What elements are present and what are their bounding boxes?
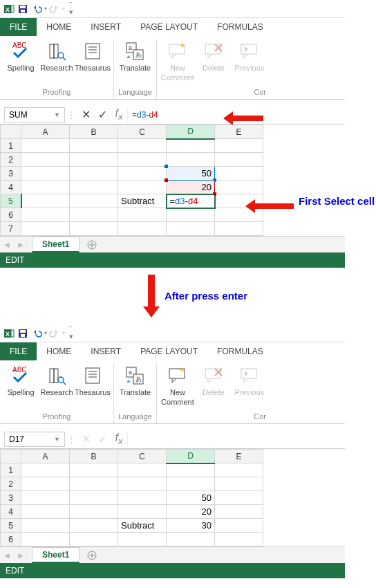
cell-d5-editing[interactable]: =d3-d4 [167, 194, 215, 208]
select-all-corner[interactable] [1, 125, 21, 139]
col-header-d[interactable]: D [167, 125, 215, 139]
undo-icon[interactable] [30, 327, 43, 340]
col-header-b[interactable]: B [70, 450, 118, 463]
cell-d3[interactable]: 50 [167, 167, 215, 181]
row-header-7[interactable]: 7 [1, 222, 21, 236]
svg-rect-35 [50, 369, 54, 383]
select-all-corner[interactable] [1, 450, 21, 463]
col-header-c[interactable]: C [118, 450, 167, 463]
chevron-down-icon[interactable]: ▼ [54, 436, 60, 443]
row-header-5[interactable]: 5 [1, 194, 21, 208]
formula-bar: SUM ▼ ⋮ ✕ ✓ fx =d3-d4 [0, 105, 345, 125]
new-comment-icon: ✦ [167, 40, 189, 62]
status-bar: EDIT [0, 252, 345, 268]
col-header-a[interactable]: A [21, 125, 70, 139]
svg-text:ABC: ABC [12, 366, 27, 374]
svg-text:a: a [129, 369, 132, 376]
row-header-1[interactable]: 1 [1, 139, 21, 153]
name-box[interactable]: D17 ▼ [4, 432, 65, 447]
tab-home[interactable]: HOME [37, 18, 81, 36]
formula-ref-d3: d3 [137, 110, 146, 120]
svg-text:X: X [6, 6, 10, 13]
thesaurus-button[interactable]: Thesaurus [76, 363, 109, 411]
ribbon-tabs: FILE HOME INSERT PAGE LAYOUT FORMULAS [0, 18, 345, 36]
cell-c5[interactable]: Subtract [118, 194, 167, 208]
insert-function-button[interactable]: fx [111, 107, 127, 122]
tab-pagelayout[interactable]: PAGE LAYOUT [131, 18, 207, 36]
undo-dropdown-icon[interactable]: ▾ [44, 6, 47, 12]
translate-button[interactable]: aあ Translate [118, 39, 151, 86]
col-header-b[interactable]: B [70, 125, 118, 139]
new-sheet-button[interactable] [84, 549, 100, 562]
cancel-formula-button[interactable]: ✕ [77, 107, 94, 122]
svg-rect-49 [205, 369, 220, 378]
qat-customize-icon[interactable]: ‾▾ [69, 327, 73, 340]
col-header-e[interactable]: E [215, 125, 263, 139]
formula-bar-separator: ⋮ [65, 109, 77, 120]
ribbon-tabs: FILE HOME INSERT PAGE LAYOUT FORMULAS [0, 342, 345, 360]
svg-point-37 [58, 377, 64, 383]
svg-line-10 [63, 57, 66, 60]
formula-input[interactable] [127, 432, 345, 447]
annotation-arrow-formula [223, 111, 263, 125]
qat-customize-icon[interactable]: ‾▾ [69, 3, 73, 15]
svg-text:ABC: ABC [12, 42, 27, 49]
undo-dropdown-icon[interactable]: ▾ [44, 330, 47, 336]
enter-formula-button[interactable]: ✓ [94, 107, 111, 122]
worksheet-grid[interactable]: A B C D E 1 2 350 420 5Subtract30 6 [0, 449, 345, 546]
sheet-tab-sheet1[interactable]: Sheet1 [32, 237, 79, 252]
translate-button[interactable]: aあTranslate [118, 363, 151, 411]
sheet-nav-prev-icon[interactable]: ◄ [0, 240, 14, 250]
svg-rect-33 [21, 334, 25, 337]
cell-d5-result[interactable]: 30 [167, 519, 215, 533]
research-button[interactable]: Research [40, 39, 73, 86]
spelling-button[interactable]: ABCSpelling [4, 363, 37, 411]
new-comment-label1: New [170, 64, 185, 72]
cell-c5[interactable]: Subtract [118, 519, 167, 533]
cell-d4[interactable]: 20 [167, 181, 215, 194]
delete-comment-button: Delete [197, 363, 230, 411]
save-icon[interactable] [17, 327, 29, 340]
row-header-4[interactable]: 4 [1, 181, 21, 194]
tab-file[interactable]: FILE [0, 18, 37, 36]
svg-text:✦: ✦ [179, 41, 186, 50]
new-sheet-button[interactable] [84, 238, 100, 252]
new-comment-label2: Comment [161, 73, 194, 82]
tab-formulas[interactable]: FORMULAS [207, 342, 273, 360]
sheet-nav-next-icon[interactable]: ► [14, 551, 28, 560]
spelling-button[interactable]: ABC Spelling [4, 39, 37, 86]
cell-d4[interactable]: 20 [167, 505, 215, 519]
sheet-nav-next-icon[interactable]: ► [14, 240, 28, 250]
row-header-3[interactable]: 3 [1, 167, 21, 181]
col-header-e[interactable]: E [215, 450, 263, 463]
research-button[interactable]: Research [40, 363, 73, 411]
thesaurus-button[interactable]: Thesaurus [76, 39, 109, 86]
tab-insert[interactable]: INSERT [81, 18, 131, 36]
tab-insert[interactable]: INSERT [81, 342, 131, 360]
undo-icon[interactable] [30, 3, 43, 15]
col-header-a[interactable]: A [21, 450, 70, 463]
cell-d3[interactable]: 50 [167, 491, 215, 505]
col-header-d[interactable]: D [167, 450, 215, 463]
insert-function-button[interactable]: fx [111, 432, 127, 447]
tab-pagelayout[interactable]: PAGE LAYOUT [131, 342, 207, 360]
previous-comment-icon [238, 365, 261, 387]
chevron-down-icon[interactable]: ▼ [54, 111, 60, 118]
row-header-2[interactable]: 2 [1, 153, 21, 167]
tab-formulas[interactable]: FORMULAS [207, 18, 273, 36]
svg-rect-1 [11, 6, 14, 12]
svg-rect-24 [241, 44, 256, 54]
sheet-nav-prev-icon[interactable]: ◄ [0, 551, 14, 560]
save-icon[interactable] [17, 3, 29, 15]
name-box[interactable]: SUM ▼ [4, 107, 65, 122]
tab-file[interactable]: FILE [0, 342, 37, 360]
row-header-6[interactable]: 6 [1, 208, 21, 222]
col-header-c[interactable]: C [118, 125, 167, 139]
new-comment-button[interactable]: ✦NewComment [161, 363, 194, 411]
worksheet-grid[interactable]: A B C D E 1 2 350 420 5Subtract =d3-d4 6… [0, 125, 345, 236]
research-label: Research [40, 64, 73, 72]
sheet-tab-sheet1[interactable]: Sheet1 [32, 547, 79, 563]
redo-icon [48, 3, 61, 15]
ribbon-group-comments: ✦NewComment Delete Previous Cor [157, 363, 270, 423]
tab-home[interactable]: HOME [37, 342, 81, 360]
